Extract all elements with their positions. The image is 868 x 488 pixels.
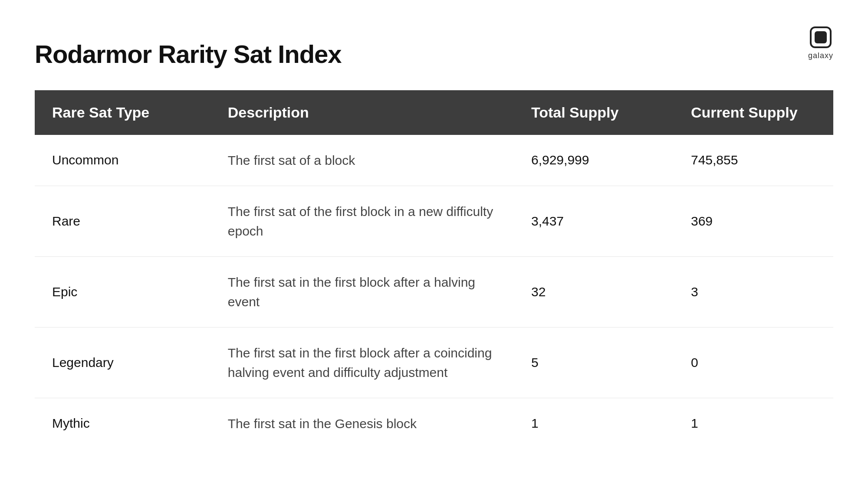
cell-total-supply: 3,437 bbox=[514, 186, 674, 256]
cell-current-supply: 0 bbox=[674, 327, 833, 398]
cell-type: Mythic bbox=[35, 398, 210, 449]
table-container: Rare Sat Type Description Total Supply C… bbox=[35, 90, 833, 449]
cell-current-supply: 745,855 bbox=[674, 135, 833, 186]
cell-description: The first sat of a block bbox=[210, 135, 514, 186]
galaxy-label: galaxy bbox=[808, 51, 833, 60]
galaxy-logo: galaxy bbox=[808, 26, 833, 60]
cell-type: Epic bbox=[35, 256, 210, 327]
cell-total-supply: 6,929,999 bbox=[514, 135, 674, 186]
cell-total-supply: 1 bbox=[514, 398, 674, 449]
table-row: MythicThe first sat in the Genesis block… bbox=[35, 398, 833, 449]
table-row: LegendaryThe first sat in the first bloc… bbox=[35, 327, 833, 398]
svg-rect-1 bbox=[815, 31, 827, 43]
table-row: EpicThe first sat in the first block aft… bbox=[35, 256, 833, 327]
header-description: Description bbox=[210, 90, 514, 135]
cell-type: Uncommon bbox=[35, 135, 210, 186]
header-current-supply: Current Supply bbox=[674, 90, 833, 135]
cell-type: Legendary bbox=[35, 327, 210, 398]
table-row: RareThe first sat of the first block in … bbox=[35, 186, 833, 256]
cell-current-supply: 1 bbox=[674, 398, 833, 449]
header-type: Rare Sat Type bbox=[35, 90, 210, 135]
cell-current-supply: 369 bbox=[674, 186, 833, 256]
cell-total-supply: 32 bbox=[514, 256, 674, 327]
cell-description: The first sat of the first block in a ne… bbox=[210, 186, 514, 256]
cell-description: The first sat in the first block after a… bbox=[210, 256, 514, 327]
table-header-row: Rare Sat Type Description Total Supply C… bbox=[35, 90, 833, 135]
cell-description: The first sat in the first block after a… bbox=[210, 327, 514, 398]
cell-description: The first sat in the Genesis block bbox=[210, 398, 514, 449]
cell-total-supply: 5 bbox=[514, 327, 674, 398]
header-total-supply: Total Supply bbox=[514, 90, 674, 135]
cell-type: Rare bbox=[35, 186, 210, 256]
page-title: Rodarmor Rarity Sat Index bbox=[35, 39, 342, 69]
galaxy-icon bbox=[809, 26, 832, 49]
table-row: UncommonThe first sat of a block6,929,99… bbox=[35, 135, 833, 186]
rarity-table: Rare Sat Type Description Total Supply C… bbox=[35, 90, 833, 449]
cell-current-supply: 3 bbox=[674, 256, 833, 327]
